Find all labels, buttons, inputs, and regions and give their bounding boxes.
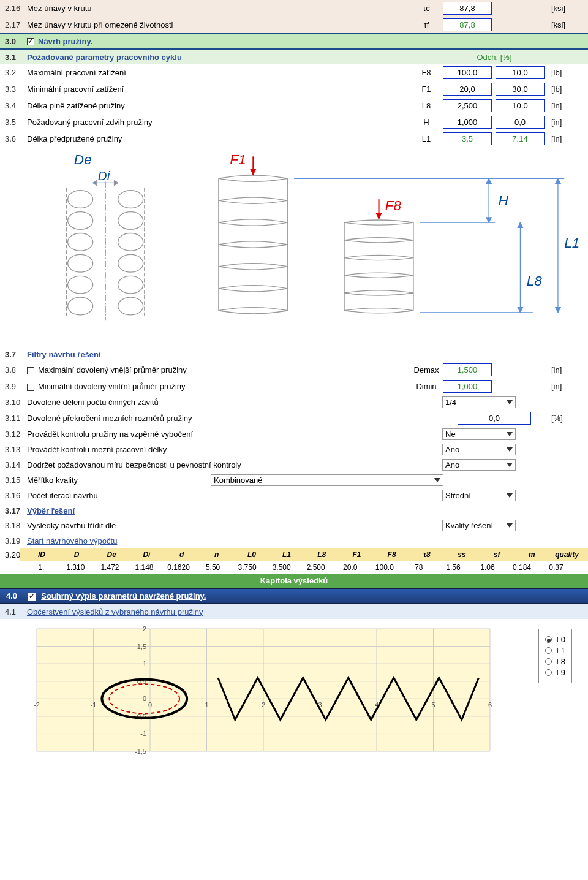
row-33: 3.3 Minimální pracovní zatížení F1 20,0 … bbox=[0, 81, 588, 97]
section-3-0-checkbox[interactable] bbox=[27, 38, 34, 45]
label-di: Di bbox=[98, 169, 111, 183]
input-f8-dev[interactable]: 10,0 bbox=[496, 66, 545, 79]
val-demax[interactable]: 1,500 bbox=[443, 363, 492, 376]
svg-point-2 bbox=[68, 212, 93, 230]
label: Mez únavy v krutu při omezené životnosti bbox=[27, 20, 412, 29]
chk-38[interactable] bbox=[27, 367, 34, 374]
svg-text:1: 1 bbox=[143, 660, 146, 667]
input-f1-dev[interactable]: 30,0 bbox=[496, 83, 545, 96]
input-l8[interactable]: 2,500 bbox=[443, 99, 492, 112]
table-row[interactable]: 1.1.3101.4721.148 0.16205.503.7503.500 2… bbox=[20, 561, 588, 574]
row-36: 3.6 Délka předpružené pružiny L1 3,5 7,1… bbox=[0, 131, 588, 147]
combo-314[interactable]: Ano bbox=[442, 459, 516, 471]
row-216: 2.16 Mez únavy v krutu τc 87,8 [ksi] bbox=[0, 0, 588, 17]
combo-315[interactable]: Kombinované bbox=[211, 474, 443, 486]
svg-point-11 bbox=[118, 297, 143, 315]
radio-l9[interactable] bbox=[545, 669, 552, 676]
svg-text:-1,5: -1,5 bbox=[135, 748, 146, 755]
svg-text:1: 1 bbox=[205, 701, 208, 708]
row-320: 3.20 IDDDeDi dnL0L1 L8F1F8τ8 sssfmqualit… bbox=[0, 548, 588, 574]
combo-313[interactable]: Ano bbox=[442, 444, 516, 455]
chk-40[interactable] bbox=[28, 593, 36, 601]
chevron-down-icon bbox=[434, 478, 440, 482]
label-f1: F1 bbox=[230, 152, 246, 167]
row-41: 4.1 Občerstvení výsledků z vybraného náv… bbox=[0, 604, 588, 619]
label-l1: L1 bbox=[564, 235, 579, 251]
row-317: 3.17 Výběr řešení bbox=[0, 503, 588, 518]
label-f8: F8 bbox=[385, 198, 402, 213]
unit: [ksi] bbox=[546, 20, 583, 29]
label-de: De bbox=[74, 152, 92, 167]
label-h: H bbox=[498, 193, 508, 208]
row-312: 3.12 Provádět kontrolu pružiny na vzpěrn… bbox=[0, 427, 588, 442]
unit: [ksi] bbox=[546, 4, 583, 13]
label-l8: L8 bbox=[527, 273, 543, 289]
row-310: 3.10 Dovolené dělení počtu činných závit… bbox=[0, 395, 588, 410]
link-319[interactable]: Start návrhového výpočtu bbox=[27, 536, 583, 545]
chevron-down-icon bbox=[507, 447, 513, 452]
row-319: 3.19 Start návrhového výpočtu bbox=[0, 533, 588, 548]
label: Mez únavy v krutu bbox=[27, 4, 412, 13]
chevron-down-icon bbox=[507, 493, 513, 498]
svg-point-9 bbox=[118, 276, 143, 294]
input-h-dev[interactable]: 0,0 bbox=[496, 116, 545, 129]
value-l1: 3,5 bbox=[443, 132, 492, 145]
row-311: 3.11 Dovolené překročení mezních rozměrů… bbox=[0, 410, 588, 427]
svg-point-1 bbox=[118, 191, 143, 208]
row-316: 3.16 Počet iterací návrhu Střední bbox=[0, 488, 588, 503]
radio-l1[interactable] bbox=[545, 647, 552, 654]
row-35: 3.5 Požadovaný pracovní zdvih pružiny H … bbox=[0, 114, 588, 131]
link-40[interactable]: Souhrný výpis parametrů navržené pružiny… bbox=[41, 591, 206, 601]
svg-point-7 bbox=[118, 254, 143, 272]
svg-text:-1: -1 bbox=[91, 701, 97, 708]
row-315: 3.15 Měřítko kvality Kombinované bbox=[0, 472, 588, 488]
svg-text:2: 2 bbox=[262, 701, 265, 708]
value-l1-dev: 7,14 bbox=[496, 132, 545, 145]
row-39: 3.9 Minimální dovolený vnitřní průměr pr… bbox=[0, 378, 588, 395]
svg-text:2: 2 bbox=[143, 625, 146, 632]
svg-text:-2: -2 bbox=[34, 701, 40, 708]
link-37[interactable]: Filtry návrhu řešení bbox=[27, 350, 583, 359]
section-4-0: 4.0 Souhrný výpis parametrů navržené pru… bbox=[0, 588, 588, 604]
num: 2.17 bbox=[5, 20, 27, 29]
chevron-down-icon bbox=[507, 432, 513, 436]
combo-312[interactable]: Ne bbox=[442, 428, 516, 440]
link-317[interactable]: Výběr řešení bbox=[27, 506, 583, 515]
input-l8-dev[interactable]: 10,0 bbox=[496, 99, 545, 112]
radio-l8[interactable] bbox=[545, 658, 552, 665]
combo-318[interactable]: Kvality řešení bbox=[442, 520, 516, 531]
symbol: τf bbox=[412, 20, 441, 29]
svg-point-4 bbox=[68, 233, 93, 251]
combo-310[interactable]: 1/4 bbox=[442, 396, 516, 408]
row-37: 3.7 Filtry návrhu řešení bbox=[0, 347, 588, 362]
svg-text:1,5: 1,5 bbox=[137, 643, 146, 650]
odch-label: Odch. [%] bbox=[442, 53, 546, 62]
row-38: 3.8 Maximální dovolený vnější průměr pru… bbox=[0, 362, 588, 378]
spring-chart: -2-10123456-1,5-1-0,500,511,52 L0 L1 L8 … bbox=[5, 623, 583, 757]
num: 2.16 bbox=[5, 4, 27, 13]
row-313: 3.13 Provádět kontrolu mezní pracovní dé… bbox=[0, 442, 588, 457]
input-f8[interactable]: 100,0 bbox=[443, 66, 492, 79]
svg-point-5 bbox=[118, 233, 143, 251]
combo-316[interactable]: Střední bbox=[442, 490, 516, 501]
chart-legend: L0 L1 L8 L9 bbox=[538, 629, 572, 683]
link-41[interactable]: Občerstvení výsledků z vybraného návrhu … bbox=[27, 607, 583, 616]
link-31[interactable]: Požadované parametry pracovního cyklu bbox=[27, 53, 442, 62]
radio-l0[interactable] bbox=[545, 636, 552, 643]
symbol: F8 bbox=[412, 68, 441, 77]
svg-point-3 bbox=[118, 212, 143, 230]
input-311[interactable]: 0,0 bbox=[458, 412, 531, 425]
svg-text:0: 0 bbox=[148, 701, 152, 708]
row-32: 3.2 Maximální pracovní zatížení F8 100,0… bbox=[0, 64, 588, 81]
input-h[interactable]: 1,000 bbox=[443, 116, 492, 129]
svg-point-10 bbox=[68, 297, 93, 315]
value: 87,8 bbox=[443, 2, 492, 15]
svg-text:6: 6 bbox=[488, 701, 492, 708]
row-318: 3.18 Výsledky návrhu třídit dle Kvality … bbox=[0, 518, 588, 533]
input-f1[interactable]: 20,0 bbox=[443, 83, 492, 96]
row-31: 3.1 Požadované parametry pracovního cykl… bbox=[0, 50, 588, 64]
svg-point-8 bbox=[68, 276, 93, 294]
section-3-0-label[interactable]: Návrh pružiny. bbox=[38, 37, 583, 46]
chk-39[interactable] bbox=[27, 384, 34, 391]
val-dimin[interactable]: 1,000 bbox=[443, 380, 492, 393]
